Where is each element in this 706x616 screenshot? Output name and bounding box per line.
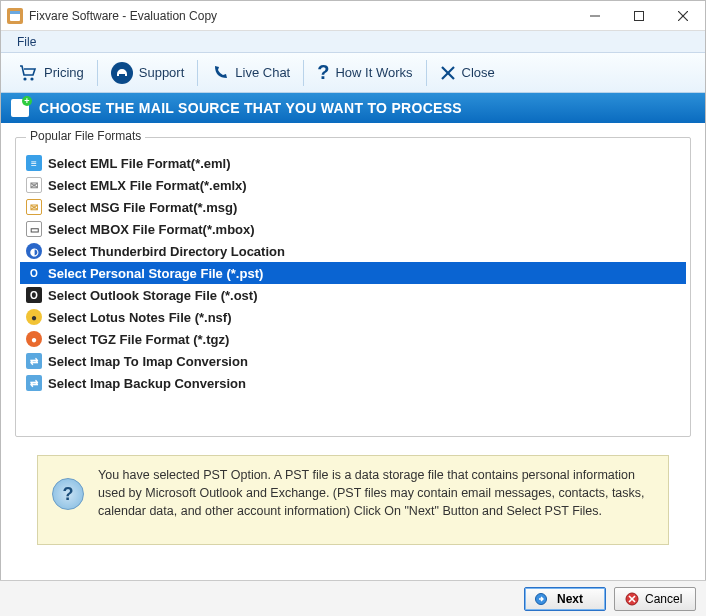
window-close-button[interactable] bbox=[661, 1, 705, 31]
toolbar-separator bbox=[426, 60, 427, 86]
format-option-imap-backup[interactable]: ⇄Select Imap Backup Conversion bbox=[20, 372, 686, 394]
close-icon bbox=[440, 65, 456, 81]
tgz-icon: ● bbox=[26, 331, 42, 347]
ost-icon: O bbox=[26, 287, 42, 303]
format-list: ≡Select EML File Format(*.eml)✉Select EM… bbox=[20, 152, 686, 394]
window-maximize-button[interactable] bbox=[617, 1, 661, 31]
svg-rect-4 bbox=[635, 11, 644, 20]
headset-icon bbox=[111, 62, 133, 84]
format-option-thunderbird[interactable]: ◐Select Thunderbird Directory Location bbox=[20, 240, 686, 262]
toolbar-pricing-label: Pricing bbox=[44, 65, 84, 80]
toolbar-howitworks-button[interactable]: ? How It Works bbox=[306, 58, 423, 88]
toolbar-close-label: Close bbox=[462, 65, 495, 80]
format-option-label: Select Thunderbird Directory Location bbox=[48, 244, 285, 259]
svg-point-7 bbox=[23, 77, 26, 80]
format-option-label: Select Lotus Notes File (*.nsf) bbox=[48, 310, 231, 325]
cancel-button[interactable]: Cancel bbox=[614, 587, 696, 611]
page-heading: CHOOSE THE MAIL SOURCE THAT YOU WANT TO … bbox=[1, 93, 705, 123]
page-heading-text: CHOOSE THE MAIL SOURCE THAT YOU WANT TO … bbox=[39, 100, 462, 116]
pst-icon: O bbox=[26, 265, 42, 281]
nsf-icon: ● bbox=[26, 309, 42, 325]
format-option-label: Select Outlook Storage File (*.ost) bbox=[48, 288, 257, 303]
toolbar-pricing-button[interactable]: Pricing bbox=[7, 58, 95, 88]
format-option-label: Select MSG File Format(*.msg) bbox=[48, 200, 237, 215]
format-option-mbox[interactable]: ▭Select MBOX File Format(*.mbox) bbox=[20, 218, 686, 240]
content-area: Popular File Formats ≡Select EML File Fo… bbox=[1, 123, 705, 443]
next-button[interactable]: Next bbox=[524, 587, 606, 611]
format-option-msg[interactable]: ✉Select MSG File Format(*.msg) bbox=[20, 196, 686, 218]
format-option-label: Select Imap Backup Conversion bbox=[48, 376, 246, 391]
formats-groupbox: Popular File Formats ≡Select EML File Fo… bbox=[15, 137, 691, 437]
format-option-label: Select MBOX File Format(*.mbox) bbox=[48, 222, 255, 237]
imap-icon: ⇄ bbox=[26, 353, 42, 369]
format-option-label: Select Personal Storage File (*.pst) bbox=[48, 266, 263, 281]
phone-icon bbox=[211, 64, 229, 82]
format-option-label: Select EML File Format(*.eml) bbox=[48, 156, 231, 171]
next-arrow-icon bbox=[535, 593, 551, 605]
question-icon: ? bbox=[317, 61, 329, 84]
menubar: File bbox=[1, 31, 705, 53]
format-option-tgz[interactable]: ●Select TGZ File Format (*.tgz) bbox=[20, 328, 686, 350]
toolbar-separator bbox=[197, 60, 198, 86]
emlx-icon: ✉ bbox=[26, 177, 42, 193]
thunderbird-icon: ◐ bbox=[26, 243, 42, 259]
next-button-label: Next bbox=[557, 592, 583, 606]
cart-icon bbox=[18, 64, 38, 82]
format-option-eml[interactable]: ≡Select EML File Format(*.eml) bbox=[20, 152, 686, 174]
svg-point-8 bbox=[30, 77, 33, 80]
toolbar-separator bbox=[303, 60, 304, 86]
app-icon bbox=[7, 8, 23, 24]
toolbar-support-button[interactable]: Support bbox=[100, 58, 196, 88]
window-minimize-button[interactable] bbox=[573, 1, 617, 31]
imap-backup-icon: ⇄ bbox=[26, 375, 42, 391]
window-titlebar: Fixvare Software - Evaluation Copy bbox=[1, 1, 705, 31]
format-option-ost[interactable]: OSelect Outlook Storage File (*.ost) bbox=[20, 284, 686, 306]
format-option-emlx[interactable]: ✉Select EMLX File Format(*.emlx) bbox=[20, 174, 686, 196]
svg-rect-2 bbox=[10, 11, 20, 14]
format-option-label: Select TGZ File Format (*.tgz) bbox=[48, 332, 229, 347]
toolbar-separator bbox=[97, 60, 98, 86]
footer-bar: Next Cancel bbox=[0, 580, 706, 616]
toolbar-support-label: Support bbox=[139, 65, 185, 80]
format-option-nsf[interactable]: ●Select Lotus Notes File (*.nsf) bbox=[20, 306, 686, 328]
format-option-imap[interactable]: ⇄Select Imap To Imap Conversion bbox=[20, 350, 686, 372]
eml-icon: ≡ bbox=[26, 155, 42, 171]
toolbar-livechat-label: Live Chat bbox=[235, 65, 290, 80]
info-panel: ? You have selected PST Option. A PST fi… bbox=[37, 455, 669, 545]
format-option-pst[interactable]: OSelect Personal Storage File (*.pst) bbox=[20, 262, 686, 284]
msg-icon: ✉ bbox=[26, 199, 42, 215]
info-icon: ? bbox=[52, 478, 84, 510]
window-title: Fixvare Software - Evaluation Copy bbox=[29, 9, 573, 23]
toolbar-livechat-button[interactable]: Live Chat bbox=[200, 58, 301, 88]
groupbox-legend: Popular File Formats bbox=[26, 129, 145, 143]
format-option-label: Select EMLX File Format(*.emlx) bbox=[48, 178, 247, 193]
mbox-icon: ▭ bbox=[26, 221, 42, 237]
toolbar-howitworks-label: How It Works bbox=[335, 65, 412, 80]
toolbar: Pricing Support Live Chat ? How It Works… bbox=[1, 53, 705, 93]
cancel-icon bbox=[625, 592, 639, 606]
source-icon bbox=[11, 99, 29, 117]
menu-file[interactable]: File bbox=[9, 33, 44, 51]
info-text: You have selected PST Option. A PST file… bbox=[98, 466, 654, 520]
toolbar-close-button[interactable]: Close bbox=[429, 58, 506, 88]
format-option-label: Select Imap To Imap Conversion bbox=[48, 354, 248, 369]
cancel-button-label: Cancel bbox=[645, 592, 682, 606]
